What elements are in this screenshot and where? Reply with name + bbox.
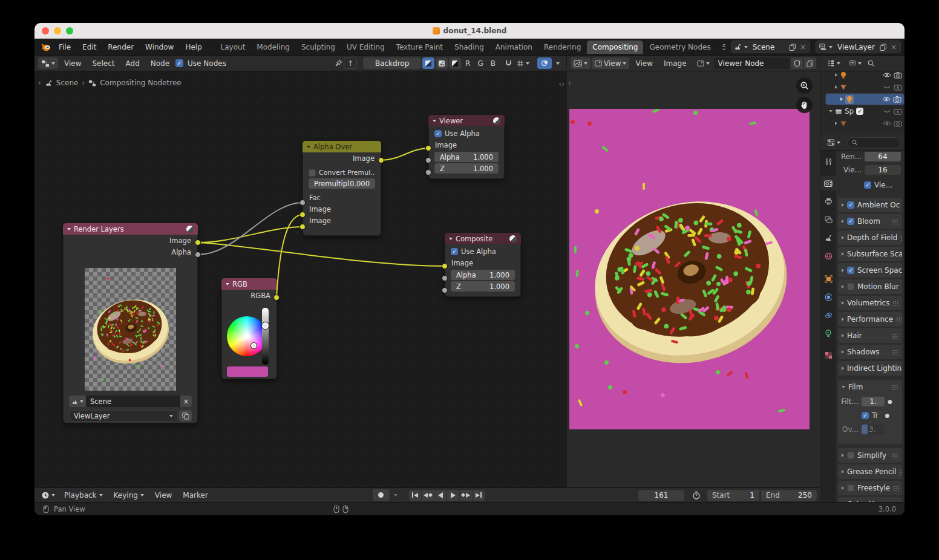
outliner-row-cone2[interactable] bbox=[820, 117, 905, 129]
node-menu-add[interactable]: Add bbox=[121, 57, 145, 70]
collection-checkbox[interactable]: ✓ bbox=[856, 108, 863, 115]
remove-viewlayer-button[interactable]: × bbox=[889, 43, 898, 51]
workspace-tab-geometry-nodes[interactable]: Geometry Nodes bbox=[644, 41, 716, 54]
panel-ambient-occlusion[interactable]: Ambient Oc bbox=[838, 198, 902, 212]
timeline-view-menu[interactable]: View bbox=[150, 489, 177, 501]
workspace-tab-sculpting[interactable]: Sculpting bbox=[296, 41, 341, 54]
node-canvas[interactable]: › Scene › Compositing Nodetree ‹› Render… bbox=[34, 71, 566, 487]
viewport-denoise-checkbox[interactable] bbox=[864, 181, 871, 189]
jump-to-end-button[interactable] bbox=[473, 490, 485, 501]
tab-scene[interactable] bbox=[820, 230, 836, 245]
pan-hand-gizmo-button[interactable] bbox=[796, 97, 813, 113]
start-frame-field[interactable]: Start1 bbox=[707, 490, 759, 501]
collapse-icon[interactable] bbox=[829, 110, 833, 112]
use-alpha-checkbox[interactable] bbox=[451, 248, 458, 255]
viewport-samples-field[interactable]: 16 bbox=[865, 165, 901, 175]
camera-visibility-icon[interactable] bbox=[894, 71, 902, 79]
tab-world[interactable] bbox=[820, 249, 836, 263]
outliner-filter-button[interactable] bbox=[846, 57, 865, 69]
tab-view-layer[interactable] bbox=[820, 212, 836, 227]
camera-disabled-icon[interactable] bbox=[894, 108, 902, 115]
ambient-occlusion-checkbox[interactable] bbox=[847, 201, 854, 209]
menu-edit[interactable]: Edit bbox=[77, 41, 102, 53]
workspace-tab-animation[interactable]: Animation bbox=[490, 41, 538, 54]
stopwatch-icon[interactable] bbox=[690, 491, 702, 500]
camera-visibility-icon[interactable] bbox=[893, 96, 901, 103]
tab-constraints[interactable] bbox=[820, 308, 836, 322]
alpha-field[interactable]: Alpha1.000 bbox=[434, 152, 499, 162]
panel-grease-pencil[interactable]: Grease Pencil bbox=[838, 464, 902, 479]
outliner-row-cone[interactable] bbox=[820, 81, 905, 93]
node-menu-node[interactable]: Node bbox=[146, 57, 174, 70]
menu-render[interactable]: Render bbox=[102, 41, 139, 53]
panel-bloom[interactable]: Bloom bbox=[838, 214, 902, 229]
color-wheel-cursor[interactable] bbox=[251, 343, 257, 348]
backdrop-button[interactable]: Backdrop bbox=[363, 57, 421, 69]
panel-volumetrics[interactable]: Volumetrics bbox=[838, 296, 902, 310]
image-menu-view[interactable]: View bbox=[630, 57, 657, 70]
node-preview-icon[interactable] bbox=[509, 235, 517, 243]
tab-object[interactable] bbox=[820, 272, 836, 286]
scene-icon[interactable] bbox=[69, 396, 86, 407]
workspace-tab-uv-editing[interactable]: UV Editing bbox=[341, 41, 390, 54]
unlink-scene-button[interactable]: × bbox=[799, 43, 807, 51]
workspace-tab-rendering[interactable]: Rendering bbox=[538, 41, 586, 54]
premultiply-field[interactable]: Premultipl 0.000 bbox=[309, 178, 375, 189]
hide-eye-icon[interactable] bbox=[883, 120, 891, 126]
bloom-checkbox[interactable] bbox=[847, 218, 854, 225]
panel-subsurface-scattering[interactable]: Subsurface Sca bbox=[838, 247, 902, 261]
motion-blur-checkbox[interactable] bbox=[847, 283, 854, 290]
collapse-node-icon[interactable] bbox=[67, 228, 71, 230]
pin-icon[interactable] bbox=[335, 59, 342, 67]
panel-simplify[interactable]: Simplify bbox=[838, 448, 902, 463]
workspace-tab-shading[interactable]: Shading bbox=[449, 41, 489, 54]
node-alpha-over[interactable]: Alpha Over Image Convert Premul... Premu… bbox=[303, 141, 381, 236]
z-field[interactable]: Z1.000 bbox=[451, 281, 515, 291]
panel-depth-of-field[interactable]: Depth of Field bbox=[838, 230, 902, 245]
zoom-window-button[interactable] bbox=[66, 27, 73, 34]
outliner-display-mode[interactable] bbox=[824, 57, 843, 69]
properties-search-field[interactable] bbox=[847, 137, 901, 148]
panel-freestyle[interactable]: Freestyle bbox=[838, 481, 902, 495]
new-image-icon[interactable] bbox=[804, 57, 816, 69]
node-viewer[interactable]: Viewer Use Alpha Image Alpha1.000 Z1.000 bbox=[428, 115, 505, 179]
image-browse-dropdown[interactable] bbox=[694, 57, 713, 69]
scene-selector[interactable]: Scene × bbox=[731, 41, 810, 53]
tab-render[interactable] bbox=[820, 176, 836, 190]
render-single-layer-button[interactable] bbox=[179, 410, 192, 422]
collapse-node-icon[interactable] bbox=[433, 120, 436, 122]
expand-icon[interactable] bbox=[835, 85, 837, 89]
collapse-node-icon[interactable] bbox=[449, 238, 453, 240]
scene-field[interactable]: Scene × bbox=[69, 396, 192, 407]
overlays-dropdown[interactable] bbox=[553, 57, 563, 69]
hide-eye-icon[interactable] bbox=[883, 72, 891, 78]
backdrop-color-toggle[interactable] bbox=[436, 57, 448, 69]
node-preview-icon[interactable] bbox=[186, 226, 194, 233]
snap-target-dropdown[interactable] bbox=[514, 57, 532, 69]
menu-help[interactable]: Help bbox=[180, 41, 207, 53]
properties-editor-type[interactable] bbox=[824, 137, 843, 148]
workspace-tab-layout[interactable]: Layout bbox=[215, 41, 251, 54]
hidden-eye-icon[interactable] bbox=[883, 84, 891, 90]
image-name-field[interactable]: Viewer Node bbox=[714, 57, 790, 69]
workspace-tab-modeling[interactable]: Modeling bbox=[251, 41, 295, 54]
region-split-arrow[interactable]: › bbox=[568, 79, 571, 87]
panel-color-management[interactable]: Color Manage bbox=[838, 497, 902, 502]
tab-physics[interactable] bbox=[820, 290, 836, 304]
workspace-tab-texture-paint[interactable]: Texture Paint bbox=[391, 41, 448, 54]
jump-to-start-button[interactable] bbox=[409, 490, 421, 501]
use-nodes-checkbox[interactable] bbox=[175, 59, 183, 67]
panel-screen-space-reflections[interactable]: Screen Spac bbox=[838, 263, 902, 278]
close-window-button[interactable] bbox=[42, 27, 49, 34]
editor-type-button[interactable] bbox=[38, 57, 58, 69]
outliner-row-collection[interactable]: Sp ✓ bbox=[820, 105, 905, 117]
color-wheel[interactable] bbox=[227, 316, 267, 356]
workspace-tab-compositing[interactable]: Compositing bbox=[587, 41, 643, 54]
viewlayer-field[interactable]: ViewLayer bbox=[69, 410, 192, 422]
tab-texture[interactable] bbox=[820, 348, 836, 362]
editor-type-button[interactable] bbox=[571, 57, 591, 69]
expand-icon[interactable] bbox=[835, 122, 837, 125]
display-mode-dropdown[interactable]: View bbox=[592, 57, 629, 69]
z-field[interactable]: Z1.000 bbox=[434, 163, 499, 174]
new-viewlayer-icon[interactable] bbox=[880, 44, 887, 51]
